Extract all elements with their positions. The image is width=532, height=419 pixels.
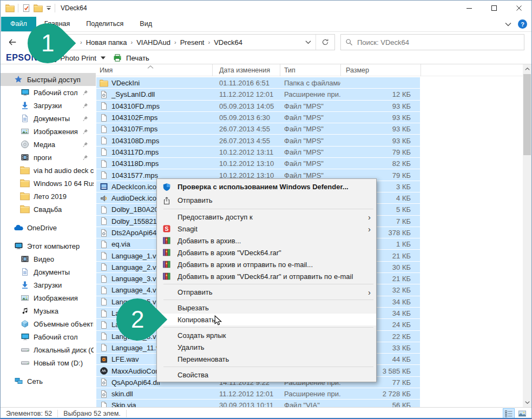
items-count: Элементов: 52: [1, 410, 57, 417]
sidebar-item-медиа[interactable]: Медиа: [1, 138, 96, 151]
pin-icon: [82, 129, 88, 135]
menu-item-свойства[interactable]: Свойства: [157, 369, 376, 381]
breadcrumb[interactable]: ›Новая папка›VIAHDAud›Present›VDeck64: [63, 38, 301, 46]
sidebar-item-изображения[interactable]: Изображения: [1, 291, 96, 304]
objects3d-icon: [20, 320, 30, 328]
sidebar-item-проги[interactable]: проги: [1, 151, 96, 164]
sidebar-item-этот-компьютер[interactable]: Этот компьютер: [1, 240, 96, 252]
minimize-button[interactable]: [457, 1, 482, 16]
column-header-name[interactable]: Имя: [100, 66, 113, 74]
ribbon-tab-view[interactable]: Вид: [132, 17, 160, 31]
column-header-type[interactable]: Тип: [284, 66, 295, 74]
sidebar-item-документы[interactable]: Документы: [1, 265, 96, 278]
column-header-date[interactable]: Дата изменения: [219, 66, 270, 74]
menu-item-добавить-в-архив-vdeck64-rar-[interactable]: Добавить в архив "VDeck64.rar": [157, 247, 376, 258]
downloads-icon: [20, 281, 30, 289]
sidebar-item-изображения[interactable]: Изображения: [1, 125, 96, 138]
sidebar-item-свадьба[interactable]: Свадьба: [1, 203, 96, 216]
refresh-button[interactable]: [316, 35, 334, 50]
menu-item-snagit[interactable]: SSnagit›: [157, 223, 376, 235]
desktop-icon: [20, 332, 30, 341]
qat-customize-icon[interactable]: [46, 6, 51, 11]
file-row[interactable]: 1043118D.mps10.12.2012 13:10Файл "MPS"82…: [96, 158, 420, 169]
file-icon: [100, 332, 108, 341]
breadcrumb-box[interactable]: ›Новая папка›VIAHDAud›Present›VDeck64: [63, 34, 335, 50]
maximize-button[interactable]: [482, 1, 507, 16]
close-button[interactable]: [507, 1, 531, 16]
epson-dropdown-icon[interactable]: [101, 56, 106, 59]
sidebar-item-сеть[interactable]: Сеть: [1, 375, 96, 388]
file-row[interactable]: VDeckIni01.11.2016 6:51Папка с файлами: [96, 77, 420, 89]
file-name: LFE.wav: [111, 355, 139, 363]
menu-item-удалить[interactable]: Удалить: [157, 341, 376, 353]
breadcrumb-segment[interactable]: Present: [178, 38, 207, 46]
sidebar-item-windows-10-64-rus[interactable]: Windows 10 64 Rus: [1, 177, 96, 190]
scroll-down-icon[interactable]: [523, 398, 531, 407]
breadcrumb-segment[interactable]: VIAHDAud: [134, 38, 173, 46]
titlebar: VDeck64: [1, 1, 531, 16]
sidebar-item-onedrive[interactable]: OneDrive: [1, 221, 96, 234]
file-row[interactable]: Skip.via30.09.2013 10:11Файл "VIA"56 КБ: [96, 400, 420, 407]
sidebar-item-локальный-диск-c-[interactable]: Локальный диск (C:): [1, 343, 96, 356]
folder-icon[interactable]: [5, 4, 15, 12]
breadcrumb-separator-icon: ›: [78, 39, 84, 45]
search-input[interactable]: [357, 38, 520, 46]
sidebar-item-новый-том-d-[interactable]: Новый том (D:): [1, 356, 96, 369]
file-row[interactable]: 1043108D.mps26.07.2013 4:55Файл "MPS"93 …: [96, 135, 420, 146]
file-size: [329, 77, 411, 89]
breadcrumb-segment[interactable]: VDeck64: [212, 38, 245, 46]
file-name: VDeckIni: [111, 79, 140, 87]
onedrive-icon: [14, 223, 23, 232]
search-box[interactable]: [340, 34, 524, 50]
scrollbar-thumb[interactable]: [523, 74, 531, 155]
file-row[interactable]: _SysLanID.dll11.12.2012 12:01Расширение …: [96, 89, 420, 100]
menu-item-добавить-в-архив-[interactable]: Добавить в архив...: [157, 235, 376, 247]
sidebar-item-рабочий-стол[interactable]: Рабочий стол: [1, 330, 96, 343]
column-header-size[interactable]: Размер: [346, 66, 369, 74]
menu-item-переименовать[interactable]: Переименовать: [157, 353, 376, 365]
expand-ribbon-icon[interactable]: [505, 22, 511, 26]
menu-item-добавить-в-архив-vdeck64-rar-и-отправить[interactable]: Добавить в архив "VDeck64.rar" и отправи…: [157, 270, 376, 282]
sidebar-item-лето-2019[interactable]: Лето 2019: [1, 190, 96, 203]
properties-check-icon[interactable]: [22, 4, 30, 12]
ribbon-tab-file[interactable]: Файл: [1, 17, 36, 31]
back-button[interactable]: [5, 35, 20, 50]
menu-item-отправить[interactable]: Отправить›: [157, 286, 376, 298]
status-bar: Элементов: 52 Выбрано 52 элем.: [1, 407, 531, 419]
menu-item-label: Переименовать: [178, 355, 229, 363]
file-name: Language_1.via: [111, 252, 162, 260]
menu-item-добавить-в-архив-и-отправить-по-e-mail-[interactable]: Добавить в архив и отправить по e-mail..…: [157, 258, 376, 270]
thumbnails-view-button[interactable]: [516, 408, 528, 419]
sidebar-item-быстрый-доступ[interactable]: Быстрый доступ: [1, 73, 96, 86]
menu-item-копировать[interactable]: Копировать: [157, 314, 376, 325]
address-dropdown-icon[interactable]: [301, 35, 316, 50]
computer-icon: [14, 242, 23, 250]
menu-item-вырезать[interactable]: Вырезать: [157, 302, 376, 314]
breadcrumb-segment[interactable]: Новая папка: [84, 38, 129, 46]
vertical-scrollbar[interactable]: [523, 64, 531, 407]
sidebar-item-загрузки[interactable]: Загрузки: [1, 99, 96, 112]
new-folder-icon[interactable]: [34, 4, 43, 12]
file-row[interactable]: 1043102F.mps05.09.2013 6:30Файл "MPS"93 …: [96, 112, 420, 123]
ribbon-tab-share[interactable]: Поделиться: [78, 17, 132, 31]
sidebar-item-объемные-объекты[interactable]: Объемные объекты: [1, 317, 96, 330]
file-row[interactable]: 104310FD.mps05.09.2013 14:05Файл "MPS"93…: [96, 101, 420, 112]
file-row[interactable]: 1043117D.mps10.12.2012 13:11Файл "MPS"79…: [96, 147, 420, 158]
menu-item-предоставить-доступ-к[interactable]: Предоставить доступ к›: [157, 211, 376, 223]
sidebar-item-рабочий-стол[interactable]: Рабочий стол: [1, 86, 96, 99]
sidebar-item-via-hd-audio-deck-c[interactable]: via hd audio deck c: [1, 164, 96, 177]
menu-item-проверка-с-использованием-windows-defend[interactable]: Проверка с использованием Windows Defend…: [157, 180, 376, 194]
details-view-button[interactable]: [503, 408, 515, 419]
scroll-up-icon[interactable]: [523, 64, 531, 74]
sidebar-item-музыка[interactable]: Музыка: [1, 304, 96, 317]
file-row[interactable]: skin.dll11.12.2012 12:01Расширение при..…: [96, 388, 420, 400]
menu-item-создать-ярлык[interactable]: Создать ярлык: [157, 329, 376, 341]
menu-item-отправить[interactable]: Отправить: [157, 194, 376, 207]
file-row[interactable]: 1043107F.mps26.07.2013 4:55Файл "MPS"93 …: [96, 123, 420, 135]
sidebar-item-документы[interactable]: Документы: [1, 112, 96, 125]
print-button[interactable]: Печать: [126, 54, 149, 62]
sidebar-item-видео[interactable]: Видео: [1, 252, 96, 265]
sidebar-item-загрузки[interactable]: Загрузки: [1, 278, 96, 291]
sidebar-item-label: Сеть: [27, 377, 94, 385]
help-icon[interactable]: ?: [518, 19, 527, 29]
